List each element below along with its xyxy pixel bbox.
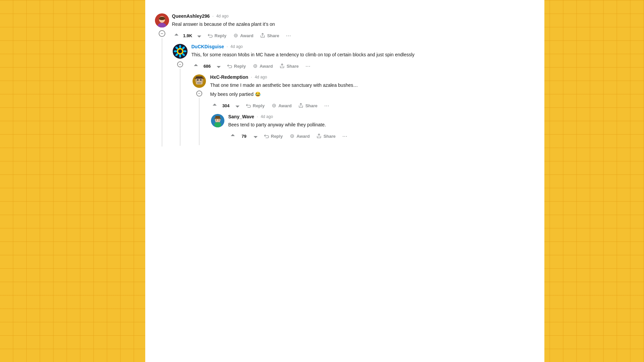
action-bar-3: 304 Reply bbox=[210, 101, 534, 110]
right-col-3: HxC-Redemption · 4d ago That one time I … bbox=[210, 74, 534, 145]
reply-icon-4 bbox=[264, 133, 269, 139]
award-icon-1 bbox=[233, 33, 238, 38]
downvote-icon-3 bbox=[234, 103, 240, 109]
svg-rect-37 bbox=[214, 118, 221, 119]
share-btn-4[interactable]: Share bbox=[314, 132, 338, 140]
downvote-btn-4[interactable] bbox=[251, 132, 260, 140]
svg-rect-29 bbox=[195, 78, 204, 79]
upvote-icon-1 bbox=[173, 33, 179, 39]
upvote-btn-1[interactable] bbox=[172, 31, 181, 40]
svg-point-19 bbox=[255, 65, 256, 67]
share-btn-3[interactable]: Share bbox=[296, 101, 320, 110]
thread-line-3 bbox=[199, 98, 200, 145]
timestamp-1: 4d ago bbox=[216, 14, 229, 18]
comment-text-2: This, for some reason Mobs in MC have a … bbox=[192, 51, 534, 58]
comment-row-1: − QueenAshley296 · 4d ago Real answer is… bbox=[155, 13, 534, 146]
upvote-btn-4[interactable] bbox=[228, 132, 237, 140]
vote-count-4: 79 bbox=[239, 134, 249, 139]
award-label-4: Award bbox=[297, 134, 310, 139]
share-label-1: Share bbox=[267, 33, 279, 38]
vote-group-4: 79 bbox=[228, 132, 260, 140]
svg-rect-25 bbox=[197, 82, 201, 83]
svg-point-30 bbox=[272, 104, 275, 107]
comment-row-4: Sany_Wave · 4d ago Bees tend to party an… bbox=[210, 114, 534, 144]
award-icon-3 bbox=[271, 103, 277, 108]
action-bar-1: 1.9K Reply Award S bbox=[172, 31, 534, 40]
share-icon-4 bbox=[316, 133, 322, 139]
reply-icon-2 bbox=[227, 63, 232, 69]
timestamp-separator-1: · bbox=[212, 14, 213, 18]
vote-count-3: 304 bbox=[221, 103, 231, 108]
reply-label-2: Reply bbox=[234, 64, 246, 69]
action-bar-4: 79 Reply bbox=[228, 132, 534, 140]
avatar-hxc bbox=[193, 74, 206, 88]
svg-point-18 bbox=[254, 64, 257, 67]
svg-point-16 bbox=[174, 50, 177, 52]
avatar-svg-duck bbox=[173, 44, 187, 59]
svg-point-12 bbox=[183, 50, 186, 52]
svg-point-10 bbox=[179, 45, 181, 48]
downvote-btn-2[interactable] bbox=[214, 62, 223, 70]
timestamp-2: 4d ago bbox=[230, 44, 243, 49]
comment-text-1: Real answer is because of the azalea pla… bbox=[172, 21, 534, 28]
downvote-btn-3[interactable] bbox=[233, 101, 242, 110]
reply-label-1: Reply bbox=[215, 33, 226, 38]
collapse-btn-1[interactable]: − bbox=[159, 30, 165, 37]
avatar-duckdisguise bbox=[173, 44, 187, 59]
left-col-4 bbox=[210, 114, 225, 144]
reply-icon-1 bbox=[208, 33, 213, 38]
svg-rect-26 bbox=[195, 79, 197, 82]
downvote-btn-1[interactable] bbox=[195, 31, 204, 40]
upvote-btn-2[interactable] bbox=[192, 62, 200, 70]
svg-point-41 bbox=[291, 135, 293, 137]
share-icon-2 bbox=[279, 63, 285, 69]
username-2: DuCKDisguise bbox=[192, 44, 224, 49]
comment-header-1: QueenAshley296 · 4d ago bbox=[172, 13, 534, 19]
username-3: HxC-Redemption bbox=[210, 74, 249, 80]
comment-header-4: Sany_Wave · 4d ago bbox=[228, 114, 534, 119]
thread-line-1 bbox=[162, 38, 162, 146]
award-btn-3[interactable]: Award bbox=[269, 101, 294, 110]
svg-point-9 bbox=[178, 49, 182, 53]
svg-point-39 bbox=[218, 120, 219, 121]
award-label-2: Award bbox=[260, 64, 273, 69]
avatar-sanywave bbox=[211, 114, 224, 127]
collapse-btn-2[interactable]: − bbox=[177, 61, 183, 67]
reply-btn-3[interactable]: Reply bbox=[243, 101, 267, 110]
award-btn-2[interactable]: Award bbox=[250, 62, 276, 70]
avatar-queenashley bbox=[155, 13, 169, 27]
share-icon-1 bbox=[260, 33, 265, 38]
username-4: Sany_Wave bbox=[228, 114, 254, 119]
more-btn-2[interactable]: ··· bbox=[303, 62, 313, 70]
downvote-icon-1 bbox=[196, 33, 202, 39]
share-btn-2[interactable]: Share bbox=[277, 62, 301, 70]
right-col-4: Sany_Wave · 4d ago Bees tend to party an… bbox=[228, 114, 534, 144]
share-label-2: Share bbox=[286, 64, 299, 69]
username-1: QueenAshley296 bbox=[172, 13, 210, 19]
award-btn-1[interactable]: Award bbox=[230, 31, 256, 40]
comment-text-3b: My bees only partied 😂 bbox=[210, 91, 534, 98]
more-btn-1[interactable]: ··· bbox=[283, 31, 294, 40]
reply-btn-1[interactable]: Reply bbox=[205, 31, 229, 40]
action-bar-2: 686 Reply Award bbox=[192, 62, 534, 70]
vote-group-1: 1.9K bbox=[172, 31, 204, 40]
award-icon-2 bbox=[253, 63, 258, 69]
reply-btn-2[interactable]: Reply bbox=[224, 62, 249, 70]
vote-count-2: 686 bbox=[202, 64, 212, 69]
collapse-btn-3[interactable]: − bbox=[196, 90, 202, 97]
comment-text-4: Bees tend to party anyway while they pol… bbox=[228, 121, 534, 128]
upvote-btn-3[interactable] bbox=[210, 101, 219, 110]
svg-point-35 bbox=[214, 122, 221, 127]
comment-row-3: − HxC-Redemption · 4d ago That one time … bbox=[192, 74, 534, 145]
vote-group-2: 686 bbox=[192, 62, 223, 70]
svg-point-40 bbox=[290, 134, 293, 137]
award-btn-4[interactable]: Award bbox=[287, 132, 313, 140]
share-btn-1[interactable]: Share bbox=[257, 31, 282, 40]
more-btn-3[interactable]: ··· bbox=[322, 101, 332, 110]
reply-icon-3 bbox=[246, 103, 251, 108]
reply-btn-4[interactable]: Reply bbox=[261, 132, 285, 140]
left-col-1: − bbox=[155, 13, 169, 146]
more-btn-4[interactable]: ··· bbox=[340, 132, 350, 140]
award-icon-4 bbox=[289, 133, 295, 139]
avatar-svg-queenashley bbox=[155, 13, 169, 27]
